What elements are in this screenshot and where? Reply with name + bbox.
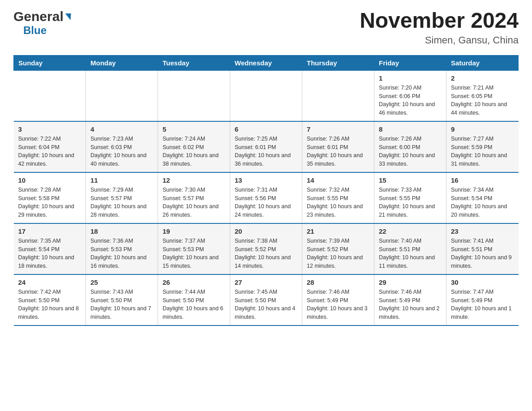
calendar-cell: 13Sunrise: 7:31 AM Sunset: 5:56 PM Dayli… [230,172,302,223]
day-number: 10 [18,176,82,184]
week-row-1: 1Sunrise: 7:20 AM Sunset: 6:06 PM Daylig… [14,70,519,121]
week-row-3: 10Sunrise: 7:28 AM Sunset: 5:58 PM Dayli… [14,172,519,223]
day-info: Sunrise: 7:22 AM Sunset: 6:04 PM Dayligh… [18,135,82,168]
day-info: Sunrise: 7:24 AM Sunset: 6:02 PM Dayligh… [163,135,225,168]
calendar-cell: 12Sunrise: 7:30 AM Sunset: 5:57 PM Dayli… [158,172,230,223]
calendar-cell: 19Sunrise: 7:37 AM Sunset: 5:53 PM Dayli… [158,223,230,274]
calendar-cell: 16Sunrise: 7:34 AM Sunset: 5:54 PM Dayli… [446,172,519,223]
day-number: 14 [307,176,369,184]
day-info: Sunrise: 7:30 AM Sunset: 5:57 PM Dayligh… [163,186,225,219]
day-number: 20 [235,227,297,235]
day-info: Sunrise: 7:23 AM Sunset: 6:03 PM Dayligh… [90,135,153,168]
day-info: Sunrise: 7:37 AM Sunset: 5:53 PM Dayligh… [163,237,225,270]
day-number: 29 [379,278,442,286]
day-info: Sunrise: 7:32 AM Sunset: 5:55 PM Dayligh… [307,186,369,219]
calendar-cell: 10Sunrise: 7:28 AM Sunset: 5:58 PM Dayli… [14,172,86,223]
day-number: 11 [90,176,153,184]
day-number: 12 [163,176,225,184]
day-number: 4 [90,125,153,133]
calendar-cell: 27Sunrise: 7:45 AM Sunset: 5:50 PM Dayli… [230,274,302,325]
calendar-cell: 18Sunrise: 7:36 AM Sunset: 5:53 PM Dayli… [86,223,158,274]
day-number: 17 [18,227,82,235]
day-number: 16 [451,176,514,184]
logo-blue: Blue [23,24,47,36]
day-number: 18 [90,227,153,235]
calendar-cell [14,70,86,121]
day-number: 26 [163,278,225,286]
day-info: Sunrise: 7:35 AM Sunset: 5:54 PM Dayligh… [18,237,82,270]
day-number: 9 [451,125,514,133]
calendar-cell: 25Sunrise: 7:43 AM Sunset: 5:50 PM Dayli… [86,274,158,325]
weekday-header-friday: Friday [374,55,446,70]
weekday-header-saturday: Saturday [446,55,519,70]
calendar-cell: 8Sunrise: 7:26 AM Sunset: 6:00 PM Daylig… [374,121,446,172]
calendar-header: SundayMondayTuesdayWednesdayThursdayFrid… [14,55,519,70]
day-number: 27 [235,278,297,286]
day-info: Sunrise: 7:44 AM Sunset: 5:50 PM Dayligh… [163,288,225,321]
day-number: 13 [235,176,297,184]
day-info: Sunrise: 7:41 AM Sunset: 5:51 PM Dayligh… [451,237,514,270]
calendar-cell [158,70,230,121]
day-info: Sunrise: 7:25 AM Sunset: 6:01 PM Dayligh… [235,135,297,168]
weekday-header-sunday: Sunday [14,55,86,70]
calendar-cell: 9Sunrise: 7:27 AM Sunset: 5:59 PM Daylig… [446,121,519,172]
calendar-cell: 3Sunrise: 7:22 AM Sunset: 6:04 PM Daylig… [14,121,86,172]
day-number: 22 [379,227,442,235]
day-info: Sunrise: 7:26 AM Sunset: 6:00 PM Dayligh… [379,135,442,168]
calendar-cell: 20Sunrise: 7:38 AM Sunset: 5:52 PM Dayli… [230,223,302,274]
day-number: 28 [307,278,369,286]
day-info: Sunrise: 7:39 AM Sunset: 5:52 PM Dayligh… [307,237,369,270]
calendar-cell: 7Sunrise: 7:26 AM Sunset: 6:01 PM Daylig… [302,121,374,172]
weekday-header-wednesday: Wednesday [230,55,302,70]
logo-triangle-icon [64,13,71,20]
day-info: Sunrise: 7:36 AM Sunset: 5:53 PM Dayligh… [90,237,153,270]
calendar-cell: 2Sunrise: 7:21 AM Sunset: 6:05 PM Daylig… [446,70,519,121]
day-info: Sunrise: 7:21 AM Sunset: 6:05 PM Dayligh… [451,84,514,117]
calendar-body: 1Sunrise: 7:20 AM Sunset: 6:06 PM Daylig… [14,70,519,325]
day-number: 6 [235,125,297,133]
day-info: Sunrise: 7:34 AM Sunset: 5:54 PM Dayligh… [451,186,514,219]
day-number: 8 [379,125,442,133]
day-number: 23 [451,227,514,235]
day-info: Sunrise: 7:26 AM Sunset: 6:01 PM Dayligh… [307,135,369,168]
day-info: Sunrise: 7:27 AM Sunset: 5:59 PM Dayligh… [451,135,514,168]
calendar-table: SundayMondayTuesdayWednesdayThursdayFrid… [13,55,519,326]
logo-general: General [13,9,64,24]
day-info: Sunrise: 7:31 AM Sunset: 5:56 PM Dayligh… [235,186,297,219]
calendar-cell: 23Sunrise: 7:41 AM Sunset: 5:51 PM Dayli… [446,223,519,274]
calendar-cell: 26Sunrise: 7:44 AM Sunset: 5:50 PM Dayli… [158,274,230,325]
day-info: Sunrise: 7:43 AM Sunset: 5:50 PM Dayligh… [90,288,153,321]
day-info: Sunrise: 7:45 AM Sunset: 5:50 PM Dayligh… [235,288,297,321]
calendar-cell: 14Sunrise: 7:32 AM Sunset: 5:55 PM Dayli… [302,172,374,223]
calendar-cell: 28Sunrise: 7:46 AM Sunset: 5:49 PM Dayli… [302,274,374,325]
week-row-4: 17Sunrise: 7:35 AM Sunset: 5:54 PM Dayli… [14,223,519,274]
calendar-cell: 11Sunrise: 7:29 AM Sunset: 5:57 PM Dayli… [86,172,158,223]
calendar-cell: 4Sunrise: 7:23 AM Sunset: 6:03 PM Daylig… [86,121,158,172]
calendar-cell: 24Sunrise: 7:42 AM Sunset: 5:50 PM Dayli… [14,274,86,325]
calendar-cell: 22Sunrise: 7:40 AM Sunset: 5:51 PM Dayli… [374,223,446,274]
day-info: Sunrise: 7:33 AM Sunset: 5:55 PM Dayligh… [379,186,442,219]
calendar-cell: 17Sunrise: 7:35 AM Sunset: 5:54 PM Dayli… [14,223,86,274]
day-number: 25 [90,278,153,286]
day-info: Sunrise: 7:47 AM Sunset: 5:49 PM Dayligh… [451,288,514,321]
logo: General Blue [13,9,71,37]
weekday-header-row: SundayMondayTuesdayWednesdayThursdayFrid… [14,55,519,70]
day-number: 2 [451,74,514,82]
calendar-cell: 29Sunrise: 7:46 AM Sunset: 5:49 PM Dayli… [374,274,446,325]
week-row-2: 3Sunrise: 7:22 AM Sunset: 6:04 PM Daylig… [14,121,519,172]
day-info: Sunrise: 7:20 AM Sunset: 6:06 PM Dayligh… [379,84,442,117]
day-info: Sunrise: 7:28 AM Sunset: 5:58 PM Dayligh… [18,186,82,219]
day-number: 15 [379,176,442,184]
calendar-title: November 2024 [360,9,519,33]
day-info: Sunrise: 7:42 AM Sunset: 5:50 PM Dayligh… [18,288,82,321]
calendar-cell: 5Sunrise: 7:24 AM Sunset: 6:02 PM Daylig… [158,121,230,172]
day-info: Sunrise: 7:46 AM Sunset: 5:49 PM Dayligh… [307,288,369,321]
calendar-cell [230,70,302,121]
weekday-header-thursday: Thursday [302,55,374,70]
day-info: Sunrise: 7:40 AM Sunset: 5:51 PM Dayligh… [379,237,442,270]
calendar-cell [86,70,158,121]
day-info: Sunrise: 7:38 AM Sunset: 5:52 PM Dayligh… [235,237,297,270]
weekday-header-tuesday: Tuesday [158,55,230,70]
calendar-cell: 6Sunrise: 7:25 AM Sunset: 6:01 PM Daylig… [230,121,302,172]
day-number: 30 [451,278,514,286]
